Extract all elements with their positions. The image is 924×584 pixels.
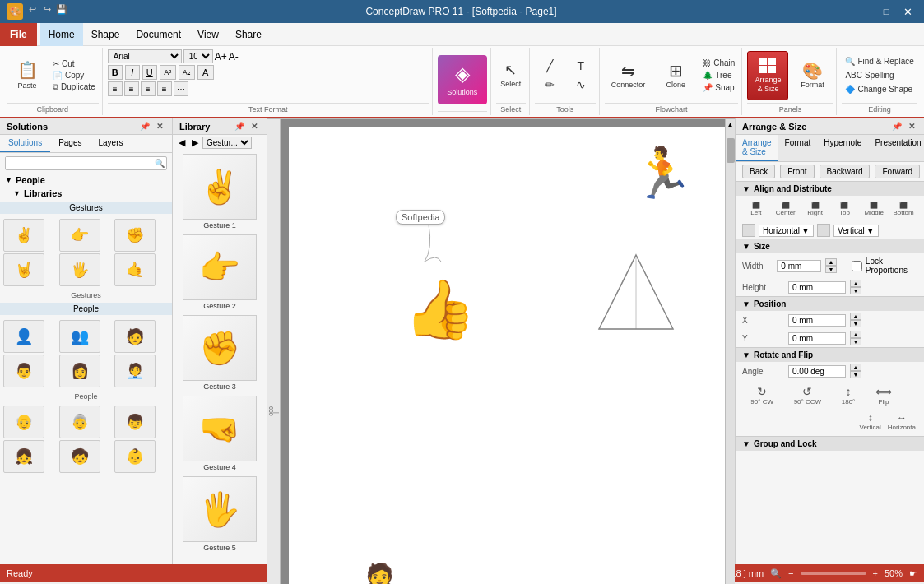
pen-tool-btn[interactable]: ✏ [535,76,564,94]
vscroll-thumb[interactable] [727,138,735,163]
height-input[interactable]: 0 mm [788,281,846,294]
paste-button[interactable]: 📋 Paste [7,57,48,94]
tab-pages[interactable]: Pages [50,135,90,152]
flip-vertical-btn[interactable]: ↕ Vertical [858,410,883,433]
library-pin-btn[interactable]: 📌 [232,121,247,132]
gesture-thumb-2[interactable]: 👉 [59,219,100,252]
canvas-object-runner[interactable]: 🏃 [632,144,694,202]
arrange-size-button[interactable]: Arrange& Size [747,51,788,100]
vscroll-up[interactable]: ▲ [726,119,735,130]
align-bottom-btn[interactable]: ⬛ Bottom [889,199,917,219]
flip-btn[interactable]: ⟺ Flip [867,383,901,407]
people-thumb-1[interactable]: 👤 [3,320,44,353]
height-inc[interactable]: ▲ [850,280,861,287]
select-button[interactable]: ↖ Select [496,60,526,90]
quick-access-save[interactable]: 💾 [56,3,67,15]
angle-input[interactable]: 0.00 deg [788,365,846,378]
angle-inc[interactable]: ▲ [850,364,861,371]
tab-solutions[interactable]: Solutions [0,135,50,152]
gesture-thumb-5[interactable]: 🖐 [59,253,100,286]
connector-button[interactable]: ⇋ Connector [605,51,652,100]
distribute-v-dropdown[interactable]: Vertical ▼ [833,225,879,237]
solutions-close-btn[interactable]: ✕ [154,121,165,132]
tab-presentation[interactable]: Presentation [868,135,924,161]
backward-btn[interactable]: Backward [820,165,871,178]
height-dec[interactable]: ▼ [850,287,861,294]
flip-horizontal-btn[interactable]: ↔ Horizonta [886,410,917,433]
libraries-toggle[interactable]: ▼ [13,189,21,197]
file-menu[interactable]: File [0,23,37,46]
align-top-btn[interactable]: ⬛ Top [830,199,858,219]
arrange-close-btn[interactable]: ✕ [906,121,917,132]
rotate-180-btn[interactable]: ↕ 180° [833,383,863,407]
share-menu[interactable]: Share [227,23,270,46]
x-input[interactable]: 0 mm [788,314,846,327]
quick-access-redo[interactable]: ↪ [41,3,53,15]
tab-hypernote[interactable]: Hypernote [817,135,868,161]
find-replace-button[interactable]: 🔍 Find & Replace [842,56,917,67]
people-thumb-2[interactable]: 👥 [59,320,100,353]
align-right-btn[interactable]: ⬛ Right [801,199,829,219]
canvas-object-speech[interactable]: Softpedia [396,210,445,225]
distribute-h-dropdown[interactable]: Horizontal ▼ [759,225,814,237]
chain-button[interactable]: ⛓ Chain [699,58,738,68]
people2-thumb-6[interactable]: 👶 [114,440,156,473]
justify-text-btn[interactable]: ≡ [157,81,172,96]
libraries-tree-item[interactable]: ▼ Libraries [0,187,172,200]
gesture-thumb-1[interactable]: ✌️ [3,219,44,252]
people-thumb-5[interactable]: 👩 [59,355,100,387]
people-tree-item[interactable]: ▼ People [0,174,172,187]
duplicate-button[interactable]: ⧉ Duplicate [49,81,99,93]
restore-btn[interactable]: □ [876,4,896,19]
shape-menu[interactable]: Shape [83,23,128,46]
back-btn[interactable]: Back [742,165,775,178]
solutions-button[interactable]: ◈ Solutions [438,55,487,104]
tab-format[interactable]: Format [778,135,818,161]
lib-nav-back[interactable]: ◀ [176,137,188,149]
font-size-select[interactable]: 10 [183,49,213,63]
library-close-btn[interactable]: ✕ [248,121,260,132]
clone-button[interactable]: ⊞ Clone [655,51,696,100]
subscript-btn[interactable]: A₂ [179,65,195,80]
solutions-pin-btn[interactable]: 📌 [137,121,152,132]
canvas-vscroll[interactable]: ▲ ▼ [725,119,735,584]
font-size-dec[interactable]: A- [229,51,239,63]
line-tool-btn[interactable]: ╱ [535,58,564,75]
people2-thumb-5[interactable]: 🧒 [59,440,100,473]
align-left-text-btn[interactable]: ≡ [108,81,123,96]
people2-thumb-1[interactable]: 👴 [3,406,44,438]
zoom-slider[interactable] [801,572,866,575]
forward-btn[interactable]: Forward [875,165,920,178]
canvas-object-diamond[interactable] [595,251,677,333]
canvas-object-thumbsup[interactable]: 👍 [404,276,476,343]
width-dec[interactable]: ▼ [825,266,837,273]
width-input[interactable]: 0 mm [777,260,821,272]
gesture-thumb-6[interactable]: 🤙 [114,253,156,286]
people-thumb-3[interactable]: 🧑 [114,320,156,353]
align-left-btn[interactable]: ⬛ Left [742,199,770,219]
spelling-button[interactable]: ABC Spelling [842,70,917,81]
people-thumb-6[interactable]: 🧑‍💼 [114,355,156,387]
y-inc[interactable]: ▲ [850,331,861,338]
align-collapse-icon[interactable]: ▼ [742,184,750,193]
font-color-btn[interactable]: A [197,65,214,80]
align-center-text-btn[interactable]: ≡ [124,81,139,96]
zoom-in-btn[interactable]: + [873,568,878,578]
size-collapse-icon[interactable]: ▼ [742,242,750,251]
position-collapse-icon[interactable]: ▼ [742,299,750,308]
solutions-search[interactable]: 🔍 [5,156,167,170]
lib-gesture-4[interactable]: 🤜 Gesture 4 [173,392,267,473]
rotate-90cw-btn[interactable]: ↻ 90° CW [742,383,782,407]
copy-button[interactable]: 📄 Copy [49,70,99,81]
font-family-select[interactable]: Arial [108,49,182,63]
rotate-90ccw-btn[interactable]: ↺ 90° CCW [785,383,829,407]
view-menu[interactable]: View [189,23,227,46]
lib-gesture-3[interactable]: ✊ Gesture 3 [173,312,267,392]
people2-thumb-3[interactable]: 👦 [114,406,156,438]
arrange-pin-btn[interactable]: 📌 [889,121,904,132]
align-right-text-btn[interactable]: ≡ [141,81,156,96]
close-btn[interactable]: ✕ [898,4,917,19]
y-input[interactable]: 0 mm [788,332,846,345]
angle-dec[interactable]: ▼ [850,371,861,378]
text-tool-btn[interactable]: T [566,58,596,75]
